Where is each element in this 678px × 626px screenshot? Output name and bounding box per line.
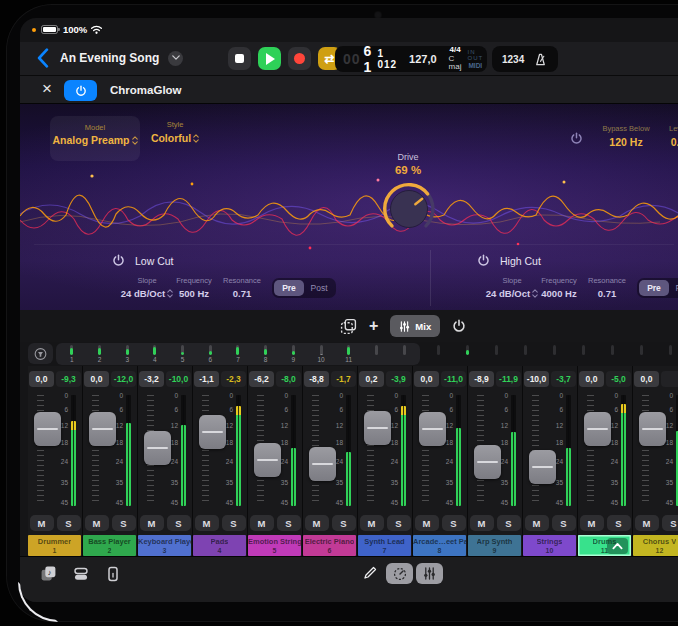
mute-button[interactable]: M — [635, 515, 659, 531]
track-name-tile[interactable]: Emotion Strings 5 — [248, 535, 301, 556]
fader-cap[interactable] — [199, 415, 226, 449]
mute-button[interactable]: M — [525, 515, 549, 531]
solo-button[interactable]: S — [332, 515, 356, 531]
fader-cap[interactable] — [639, 412, 666, 446]
mute-button[interactable]: M — [195, 515, 219, 531]
solo-button[interactable]: S — [112, 515, 136, 531]
lcd-display[interactable]: 00 6 1 1 012 127,0 4/4 C maj IN OUT MIDI — [335, 46, 487, 72]
loops-button[interactable] — [73, 566, 89, 582]
channel-volume-value[interactable]: 0,2 — [359, 371, 384, 387]
metronome-button[interactable] — [533, 52, 548, 67]
solo-button[interactable]: S — [387, 515, 411, 531]
channel-fader[interactable]: 06 1218 2435 45 — [468, 391, 522, 512]
track-name-tile[interactable]: Strings 10 — [523, 535, 576, 556]
channel-volume-value[interactable]: -3,2 — [139, 371, 164, 387]
channel-fader[interactable]: 06 1218 2435 45 — [138, 391, 192, 512]
channel-volume-value[interactable]: -8,9 — [469, 371, 494, 387]
post-button[interactable]: Post — [669, 280, 678, 296]
mute-button[interactable]: M — [140, 515, 164, 531]
channel-fader[interactable]: 06 1218 2435 45 — [578, 391, 632, 512]
channel-volume-value[interactable]: 0,0 — [634, 371, 659, 387]
back-button[interactable] — [36, 48, 50, 68]
mix-view-button[interactable]: Mix — [390, 315, 440, 337]
channel-volume-value[interactable]: 0,0 — [29, 371, 54, 387]
fader-cap[interactable] — [309, 447, 336, 481]
channel-fader[interactable]: 06 1218 2435 45 — [358, 391, 412, 512]
track-name-tile[interactable]: Chorus V 12 — [633, 535, 678, 556]
track-name-tile[interactable]: Electric Piano 6 — [303, 535, 356, 556]
track-name-tile[interactable]: Arp Synth 9 — [468, 535, 521, 556]
track-name-tile[interactable]: Bass Player 2 — [83, 535, 136, 556]
track-name-tile[interactable]: Arcade…eet Pad 8 — [413, 535, 466, 556]
channel-volume-value[interactable]: 0,0 — [579, 371, 604, 387]
fader-cap[interactable] — [419, 412, 446, 446]
channel-fader[interactable]: 06 1218 2435 45 — [28, 391, 82, 512]
overview-outside[interactable] — [424, 343, 678, 365]
overview-window[interactable]: 1234567891011 — [56, 343, 420, 365]
mute-button[interactable]: M — [85, 515, 109, 531]
song-title[interactable]: An Evening Song — [60, 51, 159, 65]
track-name-tile[interactable]: Drums 11 — [578, 535, 631, 556]
record-button[interactable] — [288, 47, 311, 70]
mute-button[interactable]: M — [250, 515, 274, 531]
channel-volume-value[interactable]: 0,0 — [84, 371, 109, 387]
fader-cap[interactable] — [364, 411, 391, 445]
channel-volume-value[interactable]: -10,0 — [524, 371, 549, 387]
style-selector[interactable]: Style Colorful — [142, 120, 208, 144]
fader-cap[interactable] — [474, 445, 501, 479]
channel-volume-value[interactable]: -1,1 — [194, 371, 219, 387]
fader-cap[interactable] — [89, 412, 116, 446]
plugin-power-button[interactable] — [64, 80, 97, 101]
collapse-stack-button[interactable] — [607, 538, 628, 554]
mute-button[interactable]: M — [30, 515, 54, 531]
mute-button[interactable]: M — [360, 515, 384, 531]
low-cut-resonance[interactable]: Resonance 0.71 — [214, 276, 270, 299]
level-control[interactable]: Level 0.0 — [648, 124, 678, 148]
channel-fader[interactable]: 06 1218 2435 45 — [303, 391, 357, 512]
stop-button[interactable] — [228, 47, 251, 70]
pre-button[interactable]: Pre — [639, 280, 669, 296]
controls-view-button[interactable] — [386, 563, 413, 584]
edit-pencil-button[interactable] — [362, 565, 378, 581]
song-menu-button[interactable] — [168, 51, 183, 66]
solo-button[interactable]: S — [552, 515, 576, 531]
bypass-power-icon[interactable] — [570, 132, 583, 145]
tempo-value[interactable]: 127,0 — [409, 53, 437, 65]
channel-fader[interactable]: 06 1218 2435 45 — [248, 391, 302, 512]
play-surface-button[interactable] — [105, 566, 121, 582]
track-name-tile[interactable]: Keyboard Player 3 — [138, 535, 191, 556]
play-button[interactable] — [258, 47, 281, 70]
low-cut-power-icon[interactable] — [112, 254, 125, 267]
mute-button[interactable]: M — [470, 515, 494, 531]
fader-cap[interactable] — [144, 431, 171, 465]
solo-button[interactable]: S — [442, 515, 466, 531]
browser-button[interactable] — [40, 565, 57, 582]
solo-button[interactable]: S — [662, 515, 678, 531]
channel-fader[interactable]: 06 1218 2435 45 — [193, 391, 247, 512]
mute-button[interactable]: M — [305, 515, 329, 531]
channel-fader[interactable]: 06 1218 2435 45 — [413, 391, 467, 512]
track-name-tile[interactable]: Drummer 1 — [28, 535, 81, 556]
channel-fader[interactable]: 06 1218 2435 45 — [523, 391, 577, 512]
model-selector[interactable]: Model Analog Preamp — [50, 116, 140, 161]
post-button[interactable]: Post — [304, 280, 334, 296]
count-in-button[interactable]: 1234 — [502, 54, 524, 65]
solo-button[interactable]: S — [222, 515, 246, 531]
solo-button[interactable]: S — [277, 515, 301, 531]
fader-cap[interactable] — [254, 443, 281, 477]
fader-cap[interactable] — [34, 412, 61, 446]
solo-button[interactable]: S — [167, 515, 191, 531]
mute-button[interactable]: M — [580, 515, 604, 531]
channel-fader[interactable]: 06 1218 2435 45 — [633, 391, 678, 512]
track-name-tile[interactable]: Pads 4 — [193, 535, 246, 556]
mixer-power-button[interactable] — [452, 319, 466, 333]
fader-cap[interactable] — [529, 450, 556, 484]
high-cut-power-icon[interactable] — [477, 254, 490, 267]
channel-volume-value[interactable]: -8,8 — [304, 371, 329, 387]
solo-button[interactable]: S — [57, 515, 81, 531]
solo-button[interactable]: S — [497, 515, 521, 531]
channel-fader[interactable]: 06 1218 2435 45 — [83, 391, 137, 512]
fader-cap[interactable] — [584, 412, 611, 446]
track-name-tile[interactable]: Synth Lead 7 — [358, 535, 411, 556]
time-sig-key[interactable]: 4/4 C maj — [449, 46, 462, 72]
